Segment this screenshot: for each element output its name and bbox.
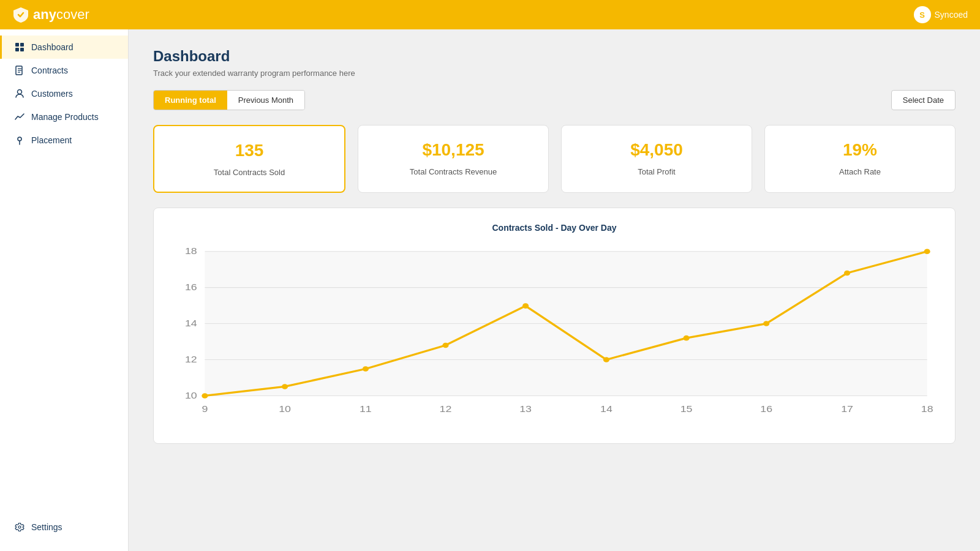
svg-text:13: 13 (519, 404, 532, 414)
main-layout: Dashboard Contracts Customers Manage Pro… (0, 29, 980, 551)
stat-value-total-contracts-revenue: $10,125 (422, 140, 484, 160)
svg-text:11: 11 (360, 404, 372, 414)
sidebar-item-dashboard[interactable]: Dashboard (0, 36, 128, 59)
sidebar-item-settings-label: Settings (31, 522, 62, 532)
chart-point (202, 393, 208, 399)
sidebar-item-manage-products[interactable]: Manage Products (0, 105, 128, 129)
stat-label-total-contracts-sold: Total Contracts Sold (214, 168, 285, 177)
sidebar-item-customers[interactable]: Customers (0, 82, 128, 105)
sidebar-bottom: Settings (0, 515, 128, 551)
stat-card-attach-rate: 19% Attach Rate (764, 125, 956, 193)
chart-container: Contracts Sold - Day Over Day 18 16 14 1… (153, 208, 956, 444)
chart-point (763, 321, 769, 326)
chart-point (924, 249, 930, 254)
svg-text:16: 16 (760, 404, 772, 414)
main-content: Dashboard Track your extended warranty p… (129, 29, 980, 551)
stat-label-attach-rate: Attach Rate (839, 167, 881, 176)
grid-icon (14, 42, 25, 53)
svg-rect-2 (15, 48, 19, 51)
svg-text:10: 10 (185, 390, 197, 400)
stat-value-attach-rate: 19% (843, 140, 877, 160)
sidebar-item-customers-label: Customers (31, 89, 73, 99)
sidebar-item-placement-label: Placement (31, 135, 72, 145)
page-title: Dashboard (153, 48, 956, 65)
chart-point (683, 335, 689, 341)
sidebar-item-contracts-label: Contracts (31, 66, 68, 75)
logo-shield-icon (12, 6, 29, 23)
stat-value-total-profit: $4,050 (630, 140, 683, 160)
user-area: S Syncoed (914, 6, 968, 23)
stat-label-total-profit: Total Profit (638, 167, 675, 176)
person-icon (14, 88, 25, 99)
file-icon (14, 65, 25, 76)
svg-text:12: 12 (185, 354, 197, 364)
svg-rect-1 (20, 43, 24, 47)
logo: anycover (12, 6, 89, 23)
svg-text:12: 12 (440, 404, 452, 414)
logo-text: anycover (33, 7, 89, 23)
logo-any: any (33, 7, 56, 22)
previous-month-button[interactable]: Previous Month (227, 91, 304, 110)
svg-text:14: 14 (185, 318, 197, 328)
sidebar-item-settings[interactable]: Settings (0, 515, 128, 539)
running-total-button[interactable]: Running total (154, 91, 227, 110)
svg-point-10 (18, 526, 21, 528)
sidebar-item-contracts[interactable]: Contracts (0, 59, 128, 82)
svg-text:16: 16 (185, 282, 197, 291)
pin-icon (14, 135, 25, 146)
svg-text:17: 17 (841, 404, 853, 414)
svg-point-8 (18, 90, 22, 94)
chart-point (442, 343, 448, 348)
filter-bar: Running total Previous Month Select Date (153, 90, 956, 110)
svg-text:18: 18 (185, 246, 197, 255)
chart-title: Contracts Sold - Day Over Day (166, 223, 943, 233)
line-chart: 18 16 14 12 10 (166, 245, 943, 429)
chart-area: 18 16 14 12 10 (166, 245, 943, 431)
chart-point (522, 303, 529, 309)
svg-text:15: 15 (680, 404, 693, 414)
user-avatar: S (914, 6, 931, 23)
sidebar-item-manage-products-label: Manage Products (31, 112, 99, 122)
svg-text:10: 10 (279, 404, 291, 414)
sidebar-item-dashboard-label: Dashboard (31, 42, 74, 52)
sidebar: Dashboard Contracts Customers Manage Pro… (0, 29, 129, 551)
user-name: Syncoed (935, 10, 968, 20)
filter-buttons: Running total Previous Month (153, 90, 305, 110)
stat-card-total-contracts-sold: 135 Total Contracts Sold (153, 125, 345, 193)
chart-point (844, 271, 850, 276)
stat-value-total-contracts-sold: 135 (235, 141, 264, 160)
sidebar-item-placement[interactable]: Placement (0, 129, 128, 152)
svg-rect-3 (20, 48, 24, 51)
select-date-button[interactable]: Select Date (891, 90, 956, 110)
stats-row: 135 Total Contracts Sold $10,125 Total C… (153, 125, 956, 193)
svg-text:18: 18 (921, 404, 933, 414)
svg-text:9: 9 (202, 404, 208, 414)
svg-point-9 (18, 137, 21, 141)
chart-point (603, 357, 609, 362)
page-subtitle: Track your extended warranty program per… (153, 69, 956, 78)
topnav: anycover S Syncoed (0, 0, 980, 29)
logo-cover: cover (56, 7, 89, 22)
chart-point (363, 366, 369, 372)
chart-point (282, 384, 288, 389)
stat-card-total-contracts-revenue: $10,125 Total Contracts Revenue (358, 125, 549, 193)
stat-label-total-contracts-revenue: Total Contracts Revenue (410, 167, 497, 176)
stat-card-total-profit: $4,050 Total Profit (561, 125, 752, 193)
svg-rect-0 (15, 43, 19, 47)
chart-icon (14, 111, 25, 122)
svg-text:14: 14 (600, 404, 612, 414)
settings-icon (14, 522, 25, 533)
